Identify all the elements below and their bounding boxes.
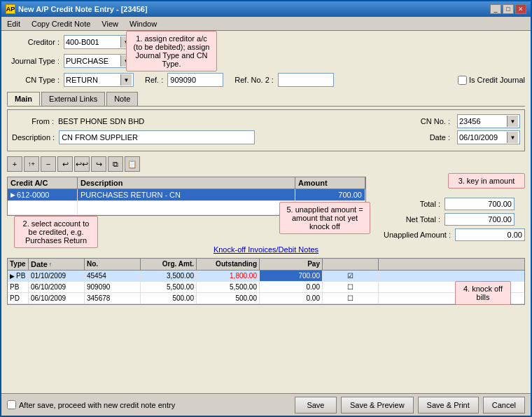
unapplied-row: Unapplied Amount :: [370, 228, 525, 241]
inv-cell-type-1: ▶PB: [8, 271, 29, 281]
summary-area: 3. key in amount Total : Net Total : Una…: [370, 177, 525, 241]
col-amount: Amount: [295, 177, 365, 189]
from-value: BEST PHONE SDN BHD: [58, 117, 184, 125]
grid-area: Credit A/C Description Amount ▶ 612-0000…: [7, 177, 525, 241]
bottom-left: After save, proceed with new credit note…: [7, 400, 175, 409]
inv-col-org-amt: Org. Amt.: [141, 259, 197, 270]
save-print-button[interactable]: Save & Print: [418, 397, 479, 413]
inv-col-pay: Pay: [260, 259, 323, 270]
copy-btn[interactable]: ⧉: [108, 156, 123, 172]
inv-cell-org-1: 3,500.00: [141, 271, 197, 281]
undo2-btn[interactable]: ↩↩: [74, 156, 90, 172]
inv-cell-check-2[interactable]: ☐: [323, 282, 379, 292]
inv-col-check: [323, 259, 379, 270]
inv-grid-header: Type Date↑ No. Org. Amt. Outstanding Pay: [8, 259, 524, 271]
total-label: Total :: [370, 200, 440, 208]
cn-no-label: CN No. :: [421, 117, 450, 125]
net-total-label: Net Total :: [370, 215, 440, 224]
inv-cell-date-1: 01/10/2009: [29, 271, 85, 281]
grid-row[interactable]: ▶ 612-0000 PURCHASES RETURN - CN 700.00: [8, 189, 365, 201]
redo-btn[interactable]: ↪: [91, 156, 106, 172]
inv-col-outstanding: Outstanding: [197, 259, 260, 270]
is-credit-journal-checkbox[interactable]: [458, 76, 467, 85]
net-total-input[interactable]: [444, 213, 514, 226]
cn-no-arrow[interactable]: ▼: [507, 116, 518, 127]
cancel-button[interactable]: Cancel: [483, 397, 525, 413]
tabs: Main External Links Note: [7, 92, 525, 107]
inv-cell-out-2: 5,500.00: [197, 282, 260, 292]
inv-cell-out-3: 500.00: [197, 293, 260, 303]
save-preview-button[interactable]: Save & Preview: [341, 397, 414, 413]
cell-account: ▶ 612-0000: [8, 189, 78, 200]
ref-no2-input[interactable]: [278, 73, 334, 87]
add-btn[interactable]: +: [7, 156, 22, 172]
journal-type-combo[interactable]: PURCHASE ▼: [64, 54, 134, 68]
inv-cell-pay-1[interactable]: 700.00: [260, 271, 323, 281]
menu-view[interactable]: View: [99, 19, 121, 29]
ref-input[interactable]: [167, 73, 223, 87]
inv-cell-pay-2[interactable]: 0.00: [260, 282, 323, 292]
creditor-row: Creditor : 400-B001 ▼ 🔍: [7, 35, 525, 49]
window-title: New A/P Credit Note Entry - [23456]: [18, 5, 148, 13]
from-label: From :: [12, 117, 54, 125]
unapplied-label: Unapplied Amount :: [370, 231, 451, 239]
date-arrow[interactable]: ▼: [507, 132, 518, 143]
unapplied-input[interactable]: [455, 228, 525, 241]
inv-cell-no-1: 45454: [85, 271, 141, 281]
inv-cell-org-3: 500.00: [141, 293, 197, 303]
inv-row-2[interactable]: PB 06/10/2009 909090 5,500.00 5,500.00 0…: [8, 282, 524, 293]
title-bar: AP New A/P Credit Note Entry - [23456] _…: [1, 1, 531, 17]
tab-note[interactable]: Note: [106, 92, 138, 106]
inv-cell-type-2: PB: [8, 282, 29, 292]
delete-btn[interactable]: −: [41, 156, 56, 172]
undo-btn[interactable]: ↩: [57, 156, 73, 172]
maximize-btn[interactable]: □: [503, 4, 514, 14]
main-window: AP New A/P Credit Note Entry - [23456] _…: [0, 0, 532, 417]
insert-btn[interactable]: ↑+: [24, 156, 39, 172]
bottom-bar: After save, proceed with new credit note…: [1, 393, 531, 416]
inv-cell-type-3: PD: [8, 293, 29, 303]
proceed-label: After save, proceed with new credit note…: [19, 401, 175, 409]
inv-cell-check-1[interactable]: ☑: [323, 271, 379, 281]
close-btn[interactable]: ✕: [515, 4, 526, 14]
tab-external-links[interactable]: External Links: [41, 92, 105, 106]
app-icon: AP: [6, 4, 15, 14]
cn-type-combo[interactable]: RETURN ▼: [64, 73, 134, 87]
menu-copy-credit-note[interactable]: Copy Credit Note: [29, 19, 93, 29]
description-row: Description : Date : 06/10/2009 ▼: [12, 130, 520, 144]
ref-no2-label: Ref. No. 2 :: [234, 76, 274, 84]
inv-cell-check-3[interactable]: ☐: [323, 293, 379, 303]
callout-3: 3. key in amount: [448, 173, 525, 189]
save-button[interactable]: Save: [295, 397, 337, 413]
invoice-grid: Type Date↑ No. Org. Amt. Outstanding Pay…: [7, 258, 525, 305]
callout-5: 5. unapplied amount = amount that not ye…: [279, 202, 370, 234]
description-input[interactable]: [59, 130, 255, 144]
cn-type-arrow[interactable]: ▼: [120, 74, 132, 86]
inv-col-type: Type: [8, 259, 29, 270]
paste-btn[interactable]: 📋: [125, 156, 140, 172]
callout-1: 1. assign creditor a/c (to be debited); …: [126, 31, 217, 71]
date-label: Date :: [430, 133, 450, 142]
inv-row-3[interactable]: PD 06/10/2009 345678 500.00 500.00 0.00 …: [8, 293, 524, 304]
menu-window[interactable]: Window: [127, 19, 160, 29]
inv-col-date: Date↑: [29, 259, 85, 270]
menu-edit[interactable]: Edit: [4, 19, 23, 29]
creditor-label: Creditor :: [7, 38, 59, 46]
journal-type-row: Journal Type : PURCHASE ▼: [7, 54, 525, 68]
inv-cell-date-3: 06/10/2009: [29, 293, 85, 303]
tab-main[interactable]: Main: [7, 92, 40, 106]
inv-row-1[interactable]: ▶PB 01/10/2009 45454 3,500.00 1,800.00 7…: [8, 271, 524, 282]
total-row: Total :: [370, 198, 525, 210]
minimize-btn[interactable]: _: [490, 4, 501, 14]
callout-2: 2. select account to be credited, e.g. P…: [14, 216, 98, 248]
date-combo[interactable]: 06/10/2009 ▼: [457, 130, 520, 144]
inv-cell-pay-3[interactable]: 0.00: [260, 293, 323, 303]
creditor-combo[interactable]: 400-B001 ▼: [64, 35, 134, 49]
inv-cell-date-2: 06/10/2009: [29, 282, 85, 292]
main-content: Creditor : 400-B001 ▼ 🔍 Journal Type : P…: [1, 31, 531, 393]
total-input[interactable]: [444, 198, 514, 210]
grid-header: Credit A/C Description Amount: [8, 177, 365, 189]
cn-no-combo[interactable]: 23456 ▼: [457, 114, 520, 128]
proceed-checkbox[interactable]: [7, 400, 16, 409]
bottom-buttons: Save Save & Preview Save & Print Cancel: [295, 397, 525, 413]
